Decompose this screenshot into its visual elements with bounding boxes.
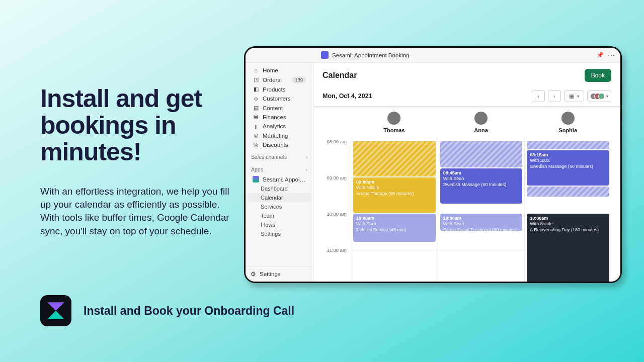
analytics-icon: ⫿ bbox=[253, 123, 259, 129]
event-time: 10:00am bbox=[443, 216, 520, 221]
event-with: With Nicole bbox=[356, 185, 433, 191]
event-service: Deleted Service (45 min) bbox=[356, 227, 433, 233]
sidebar-item-home[interactable]: ⌂Home bbox=[248, 66, 311, 75]
pin-icon[interactable]: 📌 bbox=[597, 52, 604, 58]
more-icon[interactable]: ⋯ bbox=[608, 52, 615, 59]
chevron-right-icon: › bbox=[306, 167, 307, 172]
calendar-event[interactable]: 09:00amWith NicoleAroma Therapy (60 minu… bbox=[353, 177, 436, 213]
calendar-icon: ▦ bbox=[569, 93, 574, 100]
calendar-event[interactable] bbox=[440, 141, 523, 167]
avatar bbox=[474, 112, 488, 125]
sidebar-item-sesami[interactable]: Sesami: Appointment Bo... bbox=[248, 174, 311, 184]
window-title: Sesami: Appointment Booking bbox=[332, 52, 409, 58]
sidebar-item-label: Finances bbox=[263, 114, 306, 120]
event-time: 08:15am bbox=[530, 152, 606, 158]
person-name: Anna bbox=[474, 127, 488, 133]
sidebar-item-label: Marketing bbox=[263, 133, 306, 139]
event-with: With Sara bbox=[530, 158, 606, 163]
sidebar-item-products[interactable]: ◧Products bbox=[248, 84, 311, 94]
sesami-app-icon bbox=[253, 176, 259, 183]
calendar-event[interactable] bbox=[353, 141, 436, 176]
book-button[interactable]: Book bbox=[585, 69, 611, 82]
event-with: With Sara bbox=[356, 221, 433, 227]
calendar-column[interactable]: 08:15amWith SaraSwedish Massage (60 minu… bbox=[524, 137, 611, 282]
calendar-event[interactable]: 08:15amWith SaraSwedish Massage (60 minu… bbox=[527, 150, 609, 186]
calendar-event[interactable]: 10:00amWith SaraDeleted Service (45 min) bbox=[353, 214, 436, 242]
event-with: With Sean bbox=[443, 176, 520, 182]
people-filter-button[interactable]: ▾ bbox=[587, 90, 611, 102]
calendar-columns: 09:00amWith NicoleAroma Therapy (60 minu… bbox=[351, 137, 611, 282]
section-apps[interactable]: Apps › bbox=[246, 162, 313, 174]
sidebar-item-label: Content bbox=[263, 105, 306, 111]
date-picker-button[interactable]: ▦ ▾ bbox=[564, 90, 584, 102]
hour-label: 08:00 am bbox=[327, 139, 347, 144]
app-subnav-calendar[interactable]: Calendar bbox=[248, 193, 311, 202]
content-icon: ▤ bbox=[253, 105, 259, 111]
sidebar-item-discounts[interactable]: %Discounts bbox=[248, 140, 311, 149]
finances-icon: 🏛 bbox=[253, 114, 259, 120]
gear-icon: ⚙ bbox=[251, 270, 256, 278]
sidebar-item-finances[interactable]: 🏛Finances bbox=[248, 113, 311, 122]
event-service: Aroma Therapy (60 minutes) bbox=[356, 191, 433, 197]
caret-down-icon: ▾ bbox=[606, 94, 608, 99]
event-time: 10:00am bbox=[356, 216, 433, 221]
event-time: 08:45am bbox=[443, 170, 520, 176]
brand-logo bbox=[40, 295, 71, 326]
body-copy: With an effortless integration, we help … bbox=[40, 185, 231, 238]
sidebar-item-marketing[interactable]: ◎Marketing bbox=[248, 131, 311, 140]
section-label: Sales channels bbox=[251, 154, 287, 160]
event-with: With Nicole bbox=[530, 221, 606, 227]
sidebar-item-customers[interactable]: ☺Customers bbox=[248, 94, 311, 103]
app-icon bbox=[321, 51, 329, 59]
sidebar-item-analytics[interactable]: ⫿Analytics bbox=[248, 122, 311, 131]
orders-icon: ◳ bbox=[253, 76, 259, 83]
app-subnav-flows[interactable]: Flows bbox=[248, 220, 311, 229]
chevron-right-icon: › bbox=[553, 93, 555, 99]
app-subnav-services[interactable]: Services bbox=[248, 202, 311, 211]
sidebar-settings[interactable]: ⚙ Settings bbox=[246, 266, 313, 282]
sidebar-item-label: Analytics bbox=[263, 123, 306, 129]
chevron-right-icon: › bbox=[306, 154, 307, 160]
hour-label: 11:00 am bbox=[327, 247, 347, 253]
app-subnav-team[interactable]: Team bbox=[248, 211, 311, 220]
calendar-event[interactable] bbox=[527, 187, 609, 197]
footer-cta-text: Install and Book your Onboarding Call bbox=[84, 304, 294, 318]
chevron-left-icon: ‹ bbox=[537, 93, 539, 99]
event-service: Swedish Massage (60 minutes) bbox=[530, 164, 606, 169]
calendar-event[interactable] bbox=[527, 141, 609, 149]
calendar-event[interactable]: 10:00amWith NicoleA Rejuvenating Day (18… bbox=[527, 214, 609, 282]
calendar: ThomasAnnaSophia 08:00 am09:00 am10:00 a… bbox=[313, 107, 620, 282]
sidebar-item-content[interactable]: ▤Content bbox=[248, 103, 311, 113]
app-subnav-settings[interactable]: Settings bbox=[248, 229, 311, 238]
sidebar-item-orders[interactable]: ◳Orders139 bbox=[248, 75, 311, 84]
person-header: Sophia bbox=[524, 112, 611, 133]
home-icon: ⌂ bbox=[253, 67, 259, 73]
section-sales-channels[interactable]: Sales channels › bbox=[246, 149, 313, 162]
hour-label: 10:00 am bbox=[327, 211, 347, 217]
section-label: Apps bbox=[251, 166, 263, 172]
sidebar-settings-label: Settings bbox=[260, 271, 281, 277]
prev-button[interactable]: ‹ bbox=[532, 90, 545, 102]
marketing-icon: ◎ bbox=[253, 132, 259, 139]
person-name: Sophia bbox=[558, 127, 577, 133]
calendar-column[interactable]: 09:00amWith NicoleAroma Therapy (60 minu… bbox=[351, 137, 438, 282]
event-service: Swedish Massage (60 minutes) bbox=[443, 182, 520, 188]
sidebar: ⌂Home◳Orders139◧Products☺Customers▤Conte… bbox=[246, 63, 313, 282]
next-button[interactable]: › bbox=[548, 90, 561, 102]
calendar-event[interactable]: 08:45amWith SeanSwedish Massage (60 minu… bbox=[440, 168, 523, 204]
event-time: 09:00am bbox=[356, 179, 433, 185]
page-title: Calendar bbox=[323, 71, 357, 80]
event-with: With Sean bbox=[443, 221, 520, 227]
calendar-column[interactable]: 08:45amWith SeanSwedish Massage (60 minu… bbox=[438, 137, 525, 282]
sidebar-item-label: Sesami: Appointment Bo... bbox=[263, 176, 306, 183]
window-titlebar: Sesami: Appointment Booking 📌 ⋯ bbox=[246, 48, 620, 63]
app-subnav-dashboard[interactable]: Dashboard bbox=[248, 184, 311, 193]
hour-label: 09:00 am bbox=[327, 175, 347, 180]
customers-icon: ☺ bbox=[253, 96, 259, 102]
sidebar-item-label: Orders bbox=[263, 77, 288, 83]
calendar-event[interactable]: 10:00amWith SeanSense Facial Treatment (… bbox=[440, 214, 523, 231]
hours-gutter: 08:00 am09:00 am10:00 am11:00 am bbox=[323, 137, 351, 282]
hourglass-icon bbox=[45, 300, 66, 321]
marketing-canvas: Install and get bookings in minutes! Wit… bbox=[0, 0, 644, 362]
sidebar-item-label: Discounts bbox=[263, 142, 306, 148]
